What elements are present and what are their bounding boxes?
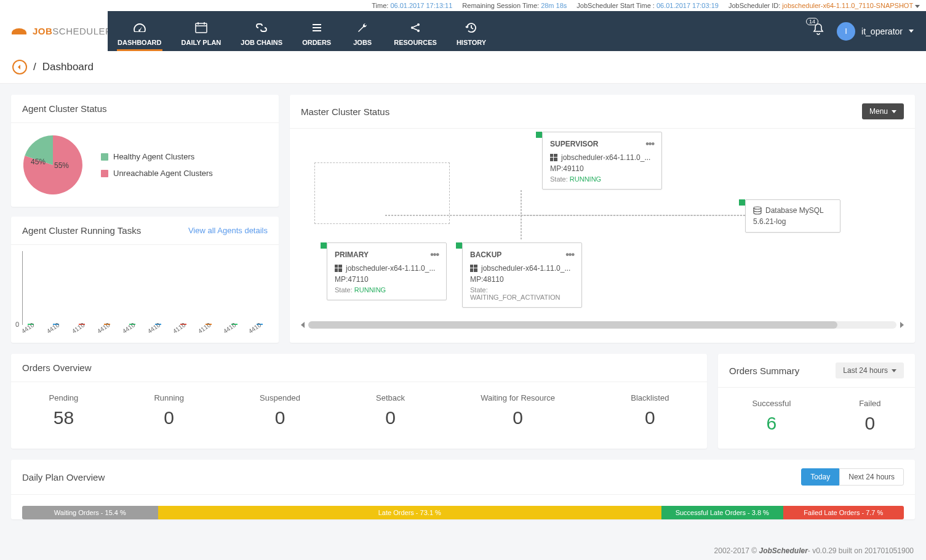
horizontal-scrollbar[interactable] — [296, 319, 909, 330]
windows-icon — [335, 265, 342, 272]
orders-summary-panel: Orders Summary Last 24 hours Successful6… — [718, 354, 915, 449]
seg-success-late[interactable]: Successful Late Orders - 3.8 % — [661, 506, 783, 519]
time-label: Time: — [372, 2, 388, 9]
nav-label: HISTORY — [457, 39, 486, 46]
stat-running[interactable]: Running0 — [154, 393, 183, 428]
nav-orders[interactable]: ORDERS — [292, 11, 341, 51]
stat-blacklisted[interactable]: Blacklisted0 — [631, 393, 669, 428]
legend-item: Healthy Agent Clusters — [101, 152, 213, 161]
more-icon[interactable]: ••• — [430, 249, 439, 260]
breadcrumb-bar: / Dashboard — [0, 51, 926, 84]
nav-dashboard[interactable]: DASHBOARD — [108, 11, 172, 51]
svg-rect-16 — [335, 265, 338, 268]
node-backup[interactable]: BACKUP••• jobscheduler-x64-1.11.0_... MP… — [462, 242, 582, 308]
breadcrumb: / Dashboard — [12, 60, 914, 74]
scroll-thumb[interactable] — [308, 321, 837, 329]
top-info-bar: Time: 06.01.2017 17:13:11 Remaining Sess… — [0, 0, 926, 11]
nav-history[interactable]: HISTORY — [447, 11, 496, 51]
legend-item: Unreachable Agent Clusters — [101, 169, 213, 178]
swatch-icon — [101, 170, 108, 177]
scroll-right-icon[interactable] — [900, 322, 904, 328]
stat-pending[interactable]: Pending58 — [49, 393, 79, 428]
nav-job-chains[interactable]: JOB CHAINS — [231, 11, 292, 51]
node-supervisor[interactable]: SUPERVISOR••• jobscheduler-x64-1.11.0_..… — [542, 132, 662, 190]
y-axis-label: 0 — [15, 321, 19, 328]
view-agents-link[interactable]: View all Agents details — [188, 226, 268, 235]
stat-setback[interactable]: Setback0 — [376, 393, 405, 428]
time-range-dropdown[interactable]: Last 24 hours — [836, 362, 904, 378]
seg-waiting[interactable]: Waiting Orders - 15.4 % — [22, 506, 158, 519]
nav-label: DAILY PLAN — [182, 39, 222, 46]
nav-label: RESOURCES — [394, 39, 437, 46]
session-value: 28m 18s — [541, 2, 567, 9]
svg-rect-15 — [554, 158, 557, 161]
tab-next-24h[interactable]: Next 24 hours — [839, 468, 904, 486]
pie-legend: Healthy Agent Clusters Unreachable Agent… — [101, 152, 213, 178]
panel-title: Agent Cluster Status — [11, 95, 279, 123]
seg-failed-late[interactable]: Failed Late Orders - 7.7 % — [783, 506, 904, 519]
master-cluster-panel: Master Cluster Status Menu SUPERVISOR•••… — [290, 95, 915, 343]
start-value: 06.01.2017 17:03:19 — [657, 2, 719, 9]
agent-status-pie: 45% 55% — [23, 135, 82, 194]
nav-jobs[interactable]: JOBS — [341, 11, 384, 51]
notification-count: 14 — [806, 18, 818, 25]
running-tasks-panel: Agent Cluster Running Tasks View all Age… — [11, 217, 279, 343]
svg-rect-22 — [470, 268, 473, 272]
tab-today[interactable]: Today — [801, 468, 839, 486]
cluster-diagram[interactable]: SUPERVISOR••• jobscheduler-x64-1.11.0_..… — [290, 129, 915, 319]
panel-title: Orders Overview — [11, 354, 707, 382]
nav-resources[interactable]: RESOURCES — [384, 11, 447, 51]
more-icon[interactable]: ••• — [565, 249, 574, 260]
status-indicator — [739, 199, 745, 206]
stat-successful[interactable]: Successful6 — [752, 399, 791, 434]
panel-title: Agent Cluster Running Tasks — [22, 225, 141, 236]
node-database[interactable]: Database MySQL 5.6.21-log — [745, 199, 840, 233]
svg-point-24 — [754, 207, 761, 209]
svg-rect-18 — [335, 268, 338, 272]
svg-rect-19 — [338, 268, 342, 272]
breadcrumb-sep: / — [33, 61, 36, 73]
nav-right: 14 I it_operator — [812, 11, 926, 51]
more-icon[interactable]: ••• — [645, 138, 654, 150]
panel-title: Master Cluster Status — [301, 106, 389, 117]
logo-text-1: JOB — [33, 26, 52, 36]
swatch-icon — [101, 153, 108, 161]
scroll-left-icon[interactable] — [301, 322, 305, 328]
back-button[interactable] — [12, 60, 27, 74]
start-label: JobScheduler Start Time : — [577, 2, 655, 9]
stat-waiting[interactable]: Waiting for Resource0 — [481, 393, 555, 428]
svg-line-11 — [413, 28, 418, 30]
calendar-icon — [195, 22, 207, 36]
svg-rect-12 — [550, 154, 553, 157]
node-primary[interactable]: PRIMARY••• jobscheduler-x64-1.11.0_... M… — [327, 242, 447, 300]
nav-daily-plan[interactable]: DAILY PLAN — [172, 11, 231, 51]
master-menu-button[interactable]: Menu — [862, 103, 904, 119]
svg-rect-14 — [550, 158, 553, 161]
svg-rect-20 — [470, 265, 473, 268]
pie-label-healthy: 45% — [31, 158, 46, 166]
svg-rect-23 — [474, 268, 477, 272]
pie-label-unreachable: 55% — [54, 161, 69, 170]
nav-label: ORDERS — [302, 39, 331, 46]
chevron-down-icon — [892, 369, 896, 372]
svg-rect-13 — [554, 154, 557, 157]
running-tasks-chart: 0 4410 4410 4110 4410 4410 4410 4110 411… — [11, 245, 279, 343]
nav-label: DASHBOARD — [118, 39, 162, 46]
nav-label: JOB CHAINS — [241, 39, 282, 46]
seg-late[interactable]: Late Orders - 73.1 % — [158, 506, 661, 519]
status-indicator — [536, 132, 542, 138]
username: it_operator — [861, 26, 903, 36]
avatar: I — [837, 22, 855, 41]
svg-rect-17 — [338, 265, 342, 268]
notifications-button[interactable]: 14 — [812, 23, 824, 39]
page-title: Dashboard — [42, 61, 94, 73]
stat-failed[interactable]: Failed0 — [859, 399, 880, 434]
logo-area[interactable]: JOBSCHEDULER — [0, 11, 108, 51]
user-menu[interactable]: I it_operator — [837, 22, 914, 41]
database-icon — [753, 206, 762, 215]
scheduler-id-selector[interactable]: JobScheduler ID: jobscheduler-x64-1.11.0… — [728, 2, 920, 9]
stat-suspended[interactable]: Suspended0 — [260, 393, 300, 428]
session-label: Remaining Session Time: — [462, 2, 539, 9]
daily-plan-progress: Waiting Orders - 15.4 % Late Orders - 73… — [22, 506, 904, 519]
scroll-track[interactable] — [308, 321, 896, 329]
